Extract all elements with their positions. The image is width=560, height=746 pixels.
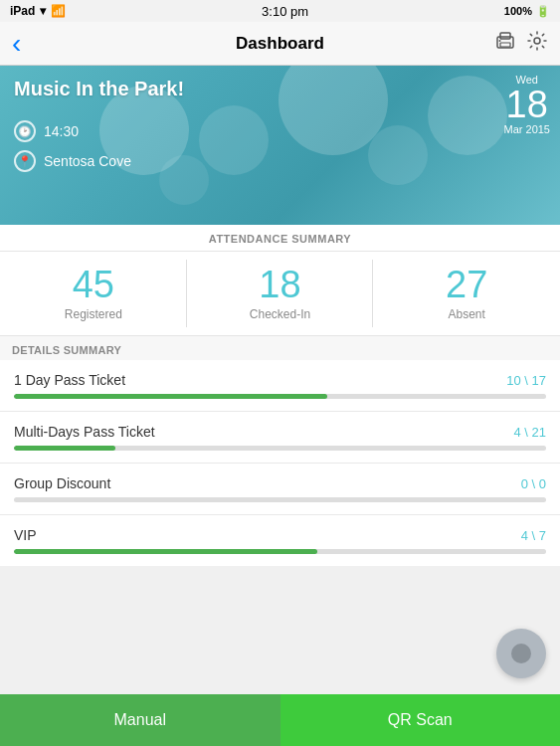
qr-scan-button[interactable]: QR Scan [280,694,561,746]
manual-button[interactable]: Manual [0,694,280,746]
list-item: Multi-Days Pass Ticket 4 \ 21 [0,412,560,464]
progress-bar-bg [14,497,546,502]
registered-number: 45 [8,266,179,303]
event-time-row: 🕑 14:30 [14,120,184,142]
nav-bar: ‹ Dashboard [0,22,560,66]
stat-registered: 45 Registered [0,252,187,335]
day-number: 18 [504,86,550,123]
svg-rect-2 [500,43,510,47]
stat-absent: 27 Absent [373,252,560,335]
event-location: Sentosa Cove [44,153,131,169]
progress-bar-bg [14,394,546,399]
ticket-name: VIP [14,527,37,543]
svg-rect-1 [500,33,510,39]
details-list: 1 Day Pass Ticket 10 \ 17 Multi-Days Pas… [0,360,560,566]
battery-icon: 🔋 [536,5,550,18]
ticket-name: Group Discount [14,475,110,491]
progress-bar-fill [14,394,327,399]
ticket-count: 4 \ 7 [521,528,546,543]
stat-checkedin: 18 Checked-In [187,252,374,335]
hero-content: Music In the Park! 🕑 14:30 📍 Sentosa Cov… [14,78,184,180]
svg-point-4 [534,38,540,44]
ticket-name: Multi-Days Pass Ticket [14,424,155,440]
progress-bar-bg [14,446,546,451]
back-button[interactable]: ‹ [12,28,72,60]
progress-bar-fill [14,549,317,554]
attendance-section: ATTENDANCE SUMMARY 45 Registered 18 Chec… [0,225,560,336]
checkedin-number: 18 [195,266,366,303]
list-item: VIP 4 \ 7 [0,515,560,566]
fab-inner [511,644,531,663]
settings-icon[interactable] [526,30,548,57]
registered-label: Registered [8,307,179,321]
detail-top-row: Group Discount 0 \ 0 [14,475,546,491]
carrier-label: iPad [10,4,35,18]
details-header: DETAILS SUMMARY [0,336,560,360]
hero-section: Wed 18 Mar 2015 Music In the Park! 🕑 14:… [0,66,560,225]
absent-label: Absent [381,307,552,321]
ticket-count: 4 \ 21 [513,425,546,440]
wifi-icon: ▾ [40,4,46,18]
event-title: Music In the Park! [14,78,184,100]
checkedin-label: Checked-In [195,307,366,321]
ticket-count: 10 \ 17 [506,373,546,388]
chevron-left-icon: ‹ [12,28,21,60]
status-bar: iPad ▾ 📶 3:10 pm 100% 🔋 [0,0,560,22]
ticket-count: 0 \ 0 [521,476,546,491]
nav-actions [488,30,548,57]
event-time: 14:30 [44,123,79,139]
floating-action-button[interactable] [496,629,546,678]
progress-bar-bg [14,549,546,554]
absent-number: 27 [381,266,552,303]
attendance-header: ATTENDANCE SUMMARY [0,225,560,252]
status-time: 3:10 pm [262,4,308,19]
list-item: Group Discount 0 \ 0 [0,464,560,515]
wifi-signal-icon: 📶 [51,4,66,18]
status-bar-right: 100% 🔋 [504,5,550,18]
battery-label: 100% [504,5,532,17]
ticket-name: 1 Day Pass Ticket [14,372,125,388]
attendance-stats: 45 Registered 18 Checked-In 27 Absent [0,252,560,336]
page-title: Dashboard [72,34,488,54]
detail-top-row: Multi-Days Pass Ticket 4 \ 21 [14,424,546,440]
hero-date: Wed 18 Mar 2015 [504,74,550,135]
progress-bar-fill [14,446,115,451]
svg-point-3 [499,40,501,42]
bottom-bar: Manual QR Scan [0,694,560,746]
location-icon: 📍 [14,150,36,172]
clock-icon: 🕑 [14,120,36,142]
event-location-row: 📍 Sentosa Cove [14,150,184,172]
print-icon[interactable] [494,30,516,57]
list-item: 1 Day Pass Ticket 10 \ 17 [0,360,560,412]
month-year: Mar 2015 [504,123,550,135]
status-bar-left: iPad ▾ 📶 [10,4,66,18]
details-section: DETAILS SUMMARY 1 Day Pass Ticket 10 \ 1… [0,336,560,566]
detail-top-row: 1 Day Pass Ticket 10 \ 17 [14,372,546,388]
detail-top-row: VIP 4 \ 7 [14,527,546,543]
